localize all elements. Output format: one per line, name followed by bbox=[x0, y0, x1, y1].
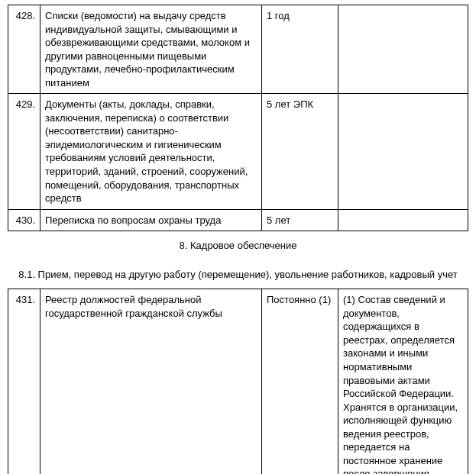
row-number: 429. bbox=[8, 94, 40, 209]
row-note bbox=[338, 209, 468, 231]
row-term: Постоянно (1) bbox=[262, 289, 338, 474]
row-description: Переписка по вопросам охраны труда bbox=[40, 209, 262, 231]
section-header: 8. Кадровое обеспечение bbox=[8, 231, 468, 260]
row-note bbox=[338, 94, 468, 209]
row-note: (1) Состав сведений и документов, содерж… bbox=[338, 289, 468, 474]
row-number: 428. bbox=[8, 5, 40, 94]
row-note bbox=[338, 5, 468, 94]
table-row: 428. Списки (ведомости) на выдачу средст… bbox=[8, 5, 468, 94]
row-description: Реестр должностей федеральной государств… bbox=[40, 289, 262, 474]
row-term: 5 лет ЭПК bbox=[262, 94, 338, 209]
retention-table-2: 431. Реестр должностей федеральной госуд… bbox=[8, 289, 468, 474]
row-description: Списки (ведомости) на выдачу средств инд… bbox=[40, 5, 262, 94]
table-row: 431. Реестр должностей федеральной госуд… bbox=[8, 289, 468, 474]
row-term: 5 лет bbox=[262, 209, 338, 231]
row-number: 430. bbox=[8, 209, 40, 231]
row-description: Документы (акты, доклады, справки, заклю… bbox=[40, 94, 262, 209]
retention-table: 428. Списки (ведомости) на выдачу средст… bbox=[8, 5, 468, 231]
table-row: 429. Документы (акты, доклады, справки, … bbox=[8, 94, 468, 209]
subsection-header: 8.1. Прием, перевод на другую работу (пе… bbox=[8, 260, 468, 289]
row-term: 1 год bbox=[262, 5, 338, 94]
row-number: 431. bbox=[8, 289, 40, 474]
table-row: 430. Переписка по вопросам охраны труда … bbox=[8, 209, 468, 231]
